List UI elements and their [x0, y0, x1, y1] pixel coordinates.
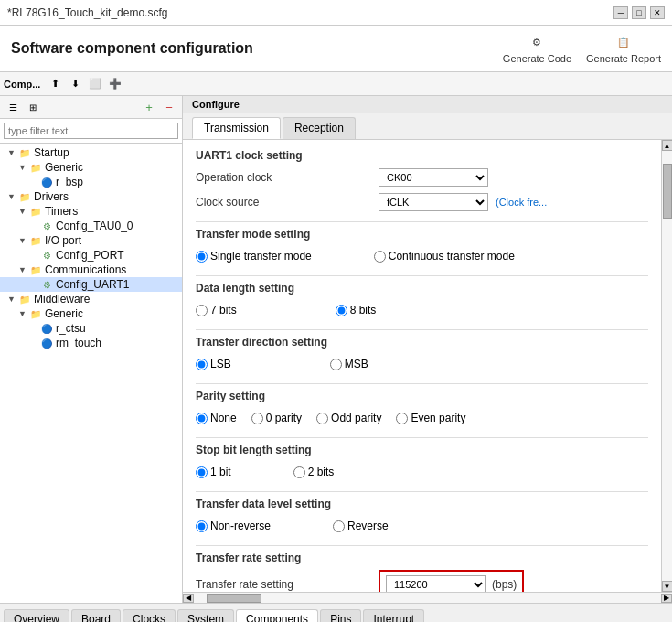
tree-item-r-ctsu[interactable]: 🔵 r_ctsu — [0, 321, 182, 336]
2bits-radio[interactable] — [293, 466, 305, 478]
8bit-radio[interactable] — [336, 305, 347, 316]
transfer-rate-select[interactable]: 115200 9600 19200 38400 57600 — [386, 575, 486, 592]
msb-label: MSB — [345, 358, 368, 370]
filter-input[interactable] — [4, 123, 178, 139]
8bit-option[interactable]: 8 bits — [336, 304, 377, 316]
horizontal-scrollbar[interactable]: ◀ ▶ — [183, 592, 672, 603]
single-transfer-option[interactable]: Single transfer mode — [196, 250, 312, 263]
tree-item-communications[interactable]: ▼ 📁 Communications — [0, 263, 182, 277]
tree-item-drivers[interactable]: ▼ 📁 Drivers — [0, 189, 182, 204]
operation-clock-row: Operation clock CK00 CK01 — [196, 167, 648, 188]
bottom-tab-overview[interactable]: Overview — [4, 609, 69, 622]
vertical-scrollbar[interactable]: ▲ ▼ — [661, 140, 672, 592]
arrow-timers: ▼ — [18, 207, 29, 216]
tree-label-middleware: Middleware — [34, 293, 90, 306]
tree-item-r-bsp[interactable]: 🔵 r_bsp — [0, 175, 182, 189]
tree-item-startup[interactable]: ▼ 📁 Startup — [0, 145, 182, 160]
sidebar-btn-add[interactable]: + — [140, 98, 158, 116]
toolbar-btn-1[interactable]: ⬆ — [46, 75, 64, 93]
2bits-option[interactable]: 2 bits — [293, 466, 335, 478]
scroll-down-arrow[interactable]: ▼ — [662, 581, 673, 592]
7bit-radio[interactable] — [196, 305, 208, 316]
msb-radio[interactable] — [330, 359, 342, 370]
data-length-row: 7 bits 8 bits — [196, 300, 648, 320]
parity-options: None 0 parity Odd parity — [196, 412, 648, 424]
bottom-tab-interrupt[interactable]: Interrupt — [363, 609, 424, 622]
bottom-tab-board[interactable]: Board — [71, 609, 121, 622]
continuous-transfer-option[interactable]: Continuous transfer mode — [374, 250, 515, 263]
odd-parity-option[interactable]: Odd parity — [316, 412, 381, 424]
generate-report-button[interactable]: 📋 Generate Report — [586, 33, 661, 64]
generate-report-label: Generate Report — [586, 53, 661, 64]
tree-item-io-port[interactable]: ▼ 📁 I/O port — [0, 233, 182, 248]
non-reverse-option[interactable]: Non-reverse — [196, 520, 271, 532]
tree-item-config-uart1[interactable]: ⚙ Config_UART1 — [0, 277, 182, 292]
transfer-rate-highlight-box: 115200 9600 19200 38400 57600 (bps) — [379, 570, 524, 592]
operation-clock-select[interactable]: CK00 CK01 — [379, 168, 488, 187]
scroll-up-arrow[interactable]: ▲ — [662, 140, 673, 151]
tab-reception[interactable]: Reception — [283, 117, 356, 139]
reverse-radio[interactable] — [333, 520, 345, 532]
transfer-rate-title: Transfer rate setting — [196, 552, 648, 564]
transfer-mode-title: Transfer mode setting — [196, 228, 648, 241]
toolbar-btn-3[interactable]: ⬜ — [86, 75, 104, 93]
even-parity-radio[interactable] — [396, 413, 408, 424]
scroll-right-arrow[interactable]: ▶ — [661, 594, 672, 603]
lsb-radio[interactable] — [196, 359, 208, 370]
sidebar-btn-grid[interactable]: ⊞ — [24, 98, 42, 116]
folder-icon-drivers: 📁 — [18, 190, 31, 203]
h-scroll-thumb[interactable] — [207, 594, 261, 603]
bottom-tab-clocks[interactable]: Clocks — [123, 609, 176, 622]
bottom-tab-components[interactable]: Components — [236, 609, 318, 622]
tree-item-config-port[interactable]: ⚙ Config_PORT — [0, 248, 182, 263]
bottom-tabs-bar: Overview Board Clocks System Components … — [0, 603, 672, 622]
continuous-transfer-radio[interactable] — [374, 251, 386, 263]
scroll-left-arrow[interactable]: ◀ — [183, 594, 194, 603]
tree-item-config-tau0[interactable]: ⚙ Config_TAU0_0 — [0, 219, 182, 233]
clock-freq-link[interactable]: (Clock fre... — [496, 197, 547, 208]
sidebar: ☰ ⊞ + − ▼ 📁 Startup ▼ 📁 Generic — [0, 96, 183, 603]
tree-item-generic-startup[interactable]: ▼ 📁 Generic — [0, 160, 182, 175]
bottom-tab-system[interactable]: System — [177, 609, 234, 622]
single-transfer-radio[interactable] — [196, 251, 208, 263]
generate-code-button[interactable]: ⚙ Generate Code — [503, 33, 571, 64]
lsb-option[interactable]: LSB — [196, 358, 231, 370]
file-icon-rm-touch: 🔵 — [40, 337, 53, 349]
0parity-option[interactable]: 0 parity — [251, 412, 302, 424]
even-parity-option[interactable]: Even parity — [396, 412, 465, 424]
bps-unit-label: (bps) — [492, 578, 517, 591]
clock-source-select[interactable]: fCLK fX — [379, 193, 488, 211]
0parity-radio[interactable] — [251, 413, 263, 424]
scroll-thumb[interactable] — [663, 164, 672, 219]
tree-item-generic-middleware[interactable]: ▼ 📁 Generic — [0, 306, 182, 321]
tree-label-generic-startup: Generic — [45, 161, 83, 174]
none-parity-radio[interactable] — [196, 413, 208, 424]
tab-transmission[interactable]: Transmission — [192, 117, 281, 139]
toolbar-btn-2[interactable]: ⬇ — [66, 75, 84, 93]
comp-label: Comp... — [4, 79, 40, 90]
odd-parity-radio[interactable] — [316, 413, 328, 424]
uart1-clock-section: UART1 clock setting Operation clock CK00… — [196, 149, 648, 212]
reverse-option[interactable]: Reverse — [333, 520, 389, 532]
non-reverse-radio[interactable] — [196, 520, 208, 532]
maximize-button[interactable]: □ — [632, 6, 646, 19]
1bit-radio[interactable] — [196, 466, 208, 478]
file-icon-r-ctsu: 🔵 — [40, 322, 53, 335]
parity-title: Parity setting — [196, 390, 648, 402]
toolbar-btn-4[interactable]: ➕ — [106, 75, 124, 93]
none-parity-option[interactable]: None — [196, 412, 237, 424]
tree-item-timers[interactable]: ▼ 📁 Timers — [0, 204, 182, 219]
tree-item-middleware[interactable]: ▼ 📁 Middleware — [0, 292, 182, 306]
folder-icon-timers: 📁 — [29, 205, 42, 218]
msb-option[interactable]: MSB — [330, 358, 368, 370]
1bit-option[interactable]: 1 bit — [196, 466, 231, 478]
divider-4 — [196, 383, 648, 384]
sidebar-btn-list[interactable]: ☰ — [4, 98, 22, 116]
divider-7 — [196, 545, 648, 546]
bottom-tab-pins[interactable]: Pins — [320, 609, 361, 622]
7bit-option[interactable]: 7 bits — [196, 304, 237, 316]
minimize-button[interactable]: ─ — [613, 6, 628, 19]
close-button[interactable]: ✕ — [650, 6, 665, 19]
tree-item-rm-touch[interactable]: 🔵 rm_touch — [0, 336, 182, 350]
sidebar-btn-remove[interactable]: − — [160, 98, 178, 116]
